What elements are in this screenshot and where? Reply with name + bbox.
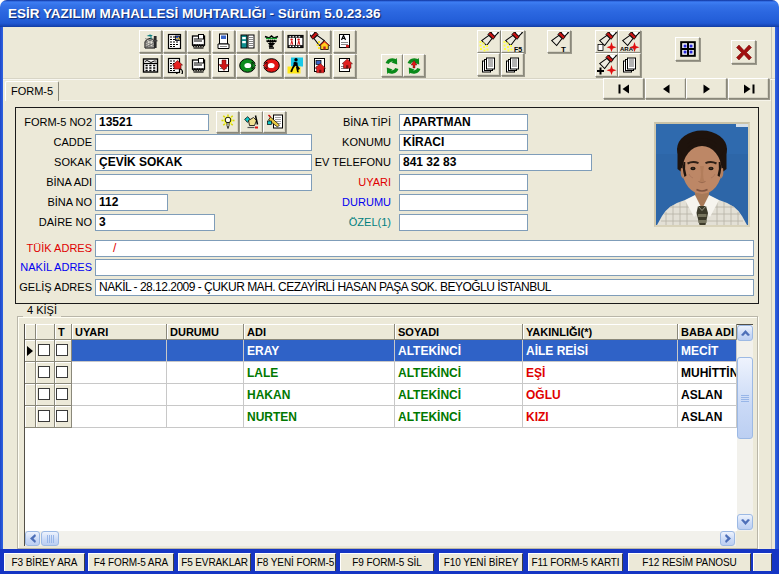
- svg-text:T: T: [561, 44, 566, 52]
- svg-text:F5: F5: [514, 45, 522, 52]
